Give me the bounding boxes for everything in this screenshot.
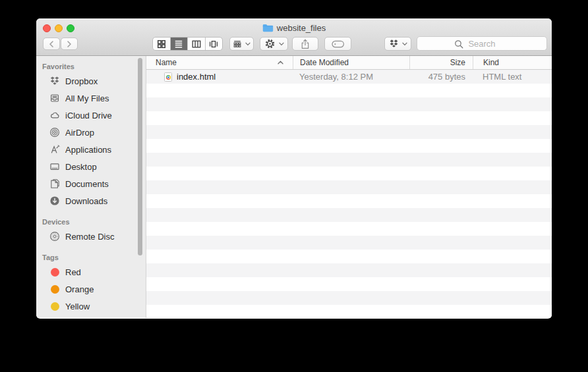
tags-button[interactable]	[324, 37, 351, 51]
tag-circle-red	[49, 267, 60, 277]
desktop-background: { "window": { "title": "website_files", …	[0, 0, 588, 372]
coverflow-view-button[interactable]	[205, 38, 223, 50]
sidebar-item-tag-yellow[interactable]: Yellow	[36, 298, 146, 315]
sidebar-item-label: Red	[65, 267, 81, 277]
file-list: Name Date Modified Size Kind	[146, 56, 552, 318]
sidebar-item-tag-red[interactable]: Red	[36, 263, 146, 280]
html-file-icon	[164, 72, 172, 82]
sidebar-item-all-my-files[interactable]: All My Files	[36, 90, 146, 107]
arrange-button[interactable]	[229, 37, 254, 51]
all-my-files-icon	[49, 93, 60, 103]
icon-view-button[interactable]	[153, 38, 170, 50]
tag-circle-orange	[49, 284, 60, 294]
finder-window: website_files	[36, 18, 552, 319]
sidebar-item-remote-disc[interactable]: Remote Disc	[36, 228, 146, 245]
sidebar-item-label: AirDrop	[65, 128, 94, 138]
sidebar-item-label: All My Files	[65, 93, 109, 103]
view-mode-switcher	[152, 37, 223, 51]
share-icon	[300, 39, 310, 49]
chevron-down-icon	[402, 42, 407, 46]
sidebar-item-icloud-drive[interactable]: iCloud Drive	[36, 107, 146, 124]
file-name: index.html	[177, 72, 216, 82]
chevron-right-icon	[66, 40, 73, 48]
applications-icon	[49, 144, 60, 155]
sidebar-item-label: Applications	[65, 145, 111, 155]
dropbox-toolbar-button[interactable]	[384, 37, 411, 51]
date-modified-cell: Yesterday, 8:12 PM	[293, 70, 409, 84]
sidebar-item-label: Dropbox	[65, 76, 98, 86]
window-content: Favorites Dropbox All My	[36, 56, 552, 318]
kind-cell: HTML text	[473, 70, 552, 84]
sidebar: Favorites Dropbox All My	[36, 56, 146, 318]
share-button[interactable]	[292, 37, 318, 51]
sidebar-item-label: Orange	[65, 284, 94, 294]
icloud-drive-icon	[49, 110, 60, 120]
sidebar-item-label: Downloads	[65, 196, 107, 206]
icon-view-icon	[156, 39, 167, 49]
column-header-date-modified[interactable]: Date Modified	[293, 56, 409, 69]
airdrop-icon	[49, 127, 60, 138]
sidebar-item-airdrop[interactable]: AirDrop	[36, 124, 146, 141]
list-header: Name Date Modified Size Kind	[146, 56, 552, 70]
remote-disc-icon	[49, 231, 60, 242]
window-title-area: website_files	[36, 22, 552, 34]
window-title: website_files	[277, 23, 326, 33]
chevron-left-icon	[48, 40, 55, 48]
sidebar-item-documents[interactable]: Documents	[36, 175, 146, 192]
search-icon	[454, 40, 463, 49]
column-header-kind[interactable]: Kind	[473, 56, 552, 69]
sidebar-item-label: Documents	[65, 179, 109, 189]
dropbox-icon	[389, 39, 399, 49]
sidebar-item-label: iCloud Drive	[65, 111, 112, 120]
arrange-icon	[233, 40, 242, 49]
coverflow-view-icon	[208, 39, 219, 49]
tag-circle-yellow	[49, 301, 60, 311]
sidebar-item-desktop[interactable]: Desktop	[36, 158, 146, 175]
sort-ascending-icon	[278, 61, 283, 65]
list-view-button[interactable]	[170, 38, 188, 50]
sidebar-section-favorites: Favorites	[36, 61, 146, 72]
file-row-index-html[interactable]: index.html Yesterday, 8:12 PM 475 bytes …	[146, 70, 552, 84]
column-view-button[interactable]	[187, 38, 205, 50]
sidebar-item-tag-orange[interactable]: Orange	[36, 280, 146, 298]
sidebar-item-label: Desktop	[65, 162, 97, 172]
downloads-icon	[49, 196, 60, 206]
sidebar-section-devices: Devices	[36, 216, 146, 228]
sidebar-item-label: Yellow	[65, 302, 90, 311]
folder-icon	[262, 24, 274, 32]
sidebar-item-dropbox[interactable]: Dropbox	[36, 72, 146, 90]
search-input[interactable]	[417, 37, 546, 50]
list-view-icon	[173, 39, 184, 49]
documents-icon	[49, 178, 60, 189]
titlebar[interactable]: website_files	[36, 18, 552, 56]
chevron-down-icon	[279, 42, 284, 46]
sidebar-item-downloads[interactable]: Downloads	[36, 192, 146, 209]
column-header-size[interactable]: Size	[409, 56, 473, 69]
column-header-name[interactable]: Name	[146, 56, 293, 69]
name-cell: index.html	[146, 70, 293, 84]
sidebar-item-applications[interactable]: Applications	[36, 141, 146, 158]
chevron-down-icon	[245, 42, 250, 46]
sidebar-scrollbar[interactable]	[138, 58, 142, 255]
size-cell: 475 bytes	[409, 70, 473, 84]
column-view-icon	[191, 39, 202, 49]
search-field[interactable]	[417, 36, 547, 51]
gear-icon	[264, 38, 276, 49]
action-button[interactable]	[260, 37, 288, 51]
desktop-icon	[49, 161, 60, 172]
forward-button[interactable]	[61, 38, 78, 50]
list-rows-area: index.html Yesterday, 8:12 PM 475 bytes …	[146, 70, 552, 317]
tag-icon	[332, 40, 345, 48]
dropbox-icon	[49, 76, 60, 86]
back-button[interactable]	[43, 38, 60, 50]
sidebar-item-label: Remote Disc	[65, 232, 114, 242]
sidebar-section-tags: Tags	[36, 252, 146, 263]
